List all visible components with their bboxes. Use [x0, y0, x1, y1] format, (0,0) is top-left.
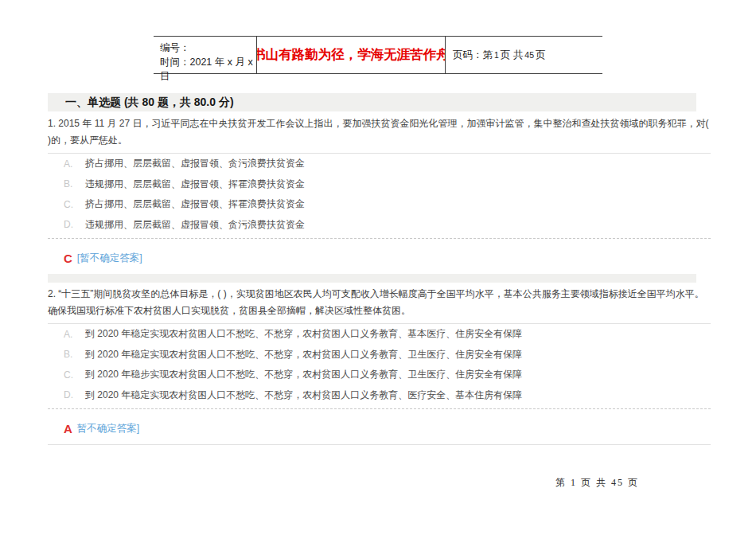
- options-list: A. 挤占挪用、层层截留、虚报冒领、贪污浪费扶贫资金 B. 违规挪用、层层截留、…: [48, 154, 711, 235]
- answer-row: A 暂不确定答案]: [64, 422, 711, 435]
- option-row-c: C. 挤占挪用、层层截留、虚报冒领、挥霍浪费扶贫资金: [48, 194, 711, 215]
- page-info-suffix: 页: [536, 49, 546, 62]
- page-info-prefix: 页码：第: [453, 49, 493, 62]
- bottom-divider: [48, 444, 711, 445]
- page-info-middle: 页 共: [501, 49, 523, 62]
- uncertain-answer-link[interactable]: 暂不确定答案]: [77, 422, 139, 435]
- option-letter: A.: [64, 329, 85, 340]
- motto-text: 书山有路勤为径，学海无涯苦作舟: [256, 37, 446, 73]
- option-row-a: A. 挤占挪用、层层截留、虚报冒领、贪污浪费扶贫资金: [48, 154, 711, 174]
- answer-row: C [暂不确定答案]: [64, 252, 711, 265]
- number-label: 编号：: [160, 41, 256, 55]
- option-row-d: D. 违规挪用、层层截留、虚报冒领、贪污浪费扶贫资金: [48, 215, 711, 236]
- document-header-table: 编号： 时间：2021 年 x 月 x 日 书山有路勤为径，学海无涯苦作舟 页码…: [154, 36, 602, 74]
- option-row-b: B. 违规挪用、层层截留、虚报冒领、挥霍浪费扶贫资金: [48, 174, 711, 195]
- question-text: 1. 2015 年 11 月 27 日，习近平同志在中央扶贫开发工作会议上指出，…: [48, 115, 711, 154]
- option-letter: A.: [64, 158, 85, 170]
- dashed-divider: [48, 408, 711, 409]
- page-info-total: 45: [523, 50, 536, 60]
- option-letter: D.: [64, 389, 85, 400]
- header-meta-cell: 编号： 时间：2021 年 x 月 x 日: [154, 37, 256, 73]
- question-block-1: 1. 2015 年 11 月 27 日，习近平同志在中央扶贫开发工作会议上指出，…: [48, 115, 711, 265]
- option-text: 违规挪用、层层截留、虚报冒领、贪污浪费扶贫资金: [85, 218, 305, 232]
- option-text: 到 2020 年稳定实现农村贫困人口不愁吃、不愁穿，农村贫困人口义务教育、基本医…: [85, 327, 522, 341]
- options-list: A. 到 2020 年稳定实现农村贫困人口不愁吃、不愁穿，农村贫困人口义务教育、…: [48, 324, 711, 405]
- option-text: 到 2020 年稳步实现农村贫困人口不愁吃、不愁穿，农村贫困人口义务教育、卫生医…: [85, 368, 522, 381]
- question-separator-band: [48, 274, 696, 283]
- footer-page-indicator: 第 1 页 共 45 页: [555, 476, 639, 490]
- header-page-cell: 页码：第 1 页 共 45 页: [446, 37, 602, 73]
- option-letter: D.: [64, 219, 85, 230]
- option-row-c: C. 到 2020 年稳步实现农村贫困人口不愁吃、不愁穿，农村贫困人口义务教育、…: [48, 365, 711, 385]
- question-sheet: 一、单选题 (共 80 题，共 80.0 分) 1. 2015 年 11 月 2…: [48, 93, 711, 445]
- option-text: 到 2020 年稳定实现农村贫困人口不愁吃、不愁穿，农村贫困人口义务教育、医疗安…: [85, 389, 522, 402]
- page-info-current: 1: [493, 50, 501, 60]
- option-text: 到 2020 年稳定实现农村贫困人口不愁吃、不愁穿，农村贫困人口义务教育、卫生医…: [85, 348, 522, 361]
- option-letter: B.: [64, 178, 85, 189]
- question-block-2: 2. “十三五”期间脱贫攻坚的总体目标是，( )，实现贫困地区农民人均可支配收入…: [48, 286, 711, 445]
- uncertain-answer-link[interactable]: [暂不确定答案]: [77, 252, 142, 265]
- option-text: 挤占挪用、层层截留、虚报冒领、贪污浪费扶贫资金: [85, 157, 305, 170]
- section-title: 一、单选题 (共 80 题，共 80.0 分): [48, 93, 696, 111]
- dashed-divider: [48, 238, 711, 239]
- option-row-b: B. 到 2020 年稳定实现农村贫困人口不愁吃、不愁穿，农村贫困人口义务教育、…: [48, 345, 711, 365]
- option-row-d: D. 到 2020 年稳定实现农村贫困人口不愁吃、不愁穿，农村贫困人口义务教育、…: [48, 385, 711, 406]
- option-row-a: A. 到 2020 年稳定实现农村贫困人口不愁吃、不愁穿，农村贫困人口义务教育、…: [48, 324, 711, 345]
- option-letter: C.: [64, 369, 85, 381]
- option-letter: C.: [64, 199, 85, 210]
- time-label: 时间：2021 年 x 月 x 日: [160, 55, 256, 84]
- question-text: 2. “十三五”期间脱贫攻坚的总体目标是，( )，实现贫困地区农民人均可支配收入…: [48, 286, 711, 324]
- answer-letter: C: [64, 252, 72, 265]
- option-text: 挤占挪用、层层截留、虚报冒领、挥霍浪费扶贫资金: [85, 197, 305, 211]
- option-letter: B.: [64, 349, 85, 360]
- answer-letter: A: [64, 422, 72, 435]
- option-text: 违规挪用、层层截留、虚报冒领、挥霍浪费扶贫资金: [85, 178, 305, 191]
